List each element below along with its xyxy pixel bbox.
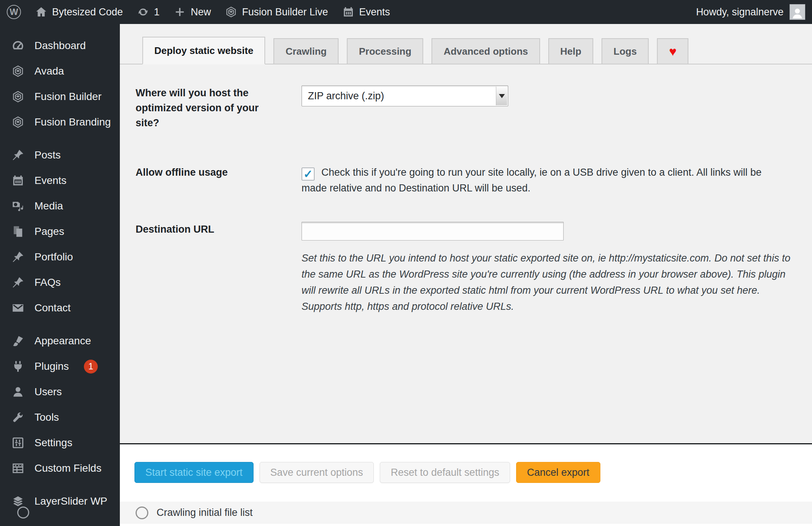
sidebar-item-settings[interactable]: Settings (0, 430, 120, 456)
status-label: Crawling initial file list (157, 507, 253, 519)
avatar[interactable] (790, 4, 805, 20)
pushpin-icon (11, 250, 25, 264)
site-name: Bytesized Code (52, 6, 123, 18)
selected-option: ZIP archive (.zip) (308, 90, 384, 102)
sidebar-item-avada[interactable]: Avada (0, 58, 120, 84)
main-content: Deploy static website Crawling Processin… (120, 24, 812, 526)
admin-sidebar: Dashboard Avada Fusion Builder Fusion Br… (0, 24, 120, 526)
offline-usage-label: Allow offline usage (136, 165, 263, 196)
envelope-icon (11, 301, 25, 315)
wordpress-logo-icon: W (7, 5, 21, 19)
admin-bar: W Bytesized Code 1 New Fusion Builder Li… (0, 0, 812, 24)
media-icon (11, 199, 25, 213)
layers-icon (11, 495, 25, 508)
hexagon-icon (11, 64, 25, 78)
tab-advanced-options[interactable]: Advanced options (431, 38, 540, 64)
tab-help[interactable]: Help (548, 38, 593, 64)
sidebar-item-events[interactable]: Events (0, 168, 120, 193)
select-arrow-icon (496, 87, 507, 105)
site-home-link[interactable]: Bytesized Code (35, 6, 123, 18)
hexagon-icon (11, 115, 25, 129)
hexagon-icon (11, 90, 25, 103)
new-content-link[interactable]: New (174, 6, 211, 18)
tab-deploy-static-website[interactable]: Deploy static website (142, 37, 265, 64)
sidebar-partial-item-icon (17, 507, 29, 519)
sidebar-item-fusion-builder[interactable]: Fusion Builder (0, 84, 120, 109)
host-question-label: Where will you host the optimized versio… (136, 85, 263, 130)
table-icon (11, 462, 25, 475)
calendar-icon (342, 6, 354, 18)
user-icon (11, 385, 25, 399)
sidebar-item-pages[interactable]: Pages (0, 219, 120, 244)
export-status-row: Crawling initial file list (120, 502, 812, 524)
fusion-builder-live-link[interactable]: Fusion Builder Live (225, 6, 328, 18)
tab-heart[interactable]: ♥ (657, 38, 688, 64)
destination-url-help: Set this to the URL you intend to host y… (302, 250, 792, 315)
wrench-icon (11, 411, 25, 424)
updates-count: 1 (154, 6, 160, 18)
sidebar-item-posts[interactable]: Posts (0, 142, 120, 168)
pages-icon (11, 225, 25, 238)
sidebar-item-appearance[interactable]: Appearance (0, 328, 120, 354)
refresh-icon (137, 6, 149, 18)
dashboard-icon (11, 39, 25, 52)
updates-link[interactable]: 1 (137, 6, 160, 18)
pushpin-icon (11, 148, 25, 162)
start-export-button[interactable]: Start static site export (134, 462, 254, 483)
sidebar-item-plugins[interactable]: Plugins 1 (0, 354, 120, 379)
status-radio-icon (136, 507, 148, 519)
cancel-export-button[interactable]: Cancel export (516, 462, 600, 483)
plug-icon (11, 360, 25, 373)
heart-icon: ♥ (669, 45, 676, 58)
sidebar-item-media[interactable]: Media (0, 193, 120, 219)
brush-icon (11, 334, 25, 348)
home-icon (35, 6, 47, 18)
offline-usage-description: Check this if you're going to run your s… (302, 167, 761, 194)
actions-panel: Start static site export Save current op… (120, 443, 812, 526)
pushpin-icon (11, 276, 25, 289)
calendar-icon (11, 174, 25, 187)
sliders-icon (11, 436, 25, 450)
sidebar-item-portfolio[interactable]: Portfolio (0, 244, 120, 270)
reset-defaults-button[interactable]: Reset to default settings (380, 462, 510, 483)
plugins-update-badge: 1 (84, 360, 98, 374)
sidebar-item-faqs[interactable]: FAQs (0, 270, 120, 295)
hexagon-icon (225, 6, 237, 18)
plugin-tabbar: Deploy static website Crawling Processin… (120, 24, 812, 64)
destination-url-label: Destination URL (136, 222, 263, 315)
plus-icon (174, 6, 186, 18)
sidebar-item-tools[interactable]: Tools (0, 405, 120, 430)
host-destination-select[interactable]: ZIP archive (.zip) (302, 85, 508, 106)
destination-url-input[interactable] (302, 222, 564, 241)
wordpress-menu[interactable]: W (7, 5, 21, 19)
sidebar-item-dashboard[interactable]: Dashboard (0, 33, 120, 58)
offline-usage-checkbox[interactable]: ✓ (302, 167, 315, 181)
sidebar-item-contact[interactable]: Contact (0, 295, 120, 321)
sidebar-item-users[interactable]: Users (0, 379, 120, 405)
tab-processing[interactable]: Processing (347, 38, 423, 64)
save-options-button[interactable]: Save current options (260, 462, 374, 483)
sidebar-item-fusion-branding[interactable]: Fusion Branding (0, 109, 120, 135)
tab-crawling[interactable]: Crawling (273, 38, 339, 64)
howdy-text[interactable]: Howdy, signalnerve (696, 6, 784, 18)
tab-logs[interactable]: Logs (602, 38, 649, 64)
sidebar-item-custom-fields[interactable]: Custom Fields (0, 456, 120, 481)
events-admin-link[interactable]: Events (342, 6, 390, 18)
checkmark-icon: ✓ (303, 167, 313, 181)
